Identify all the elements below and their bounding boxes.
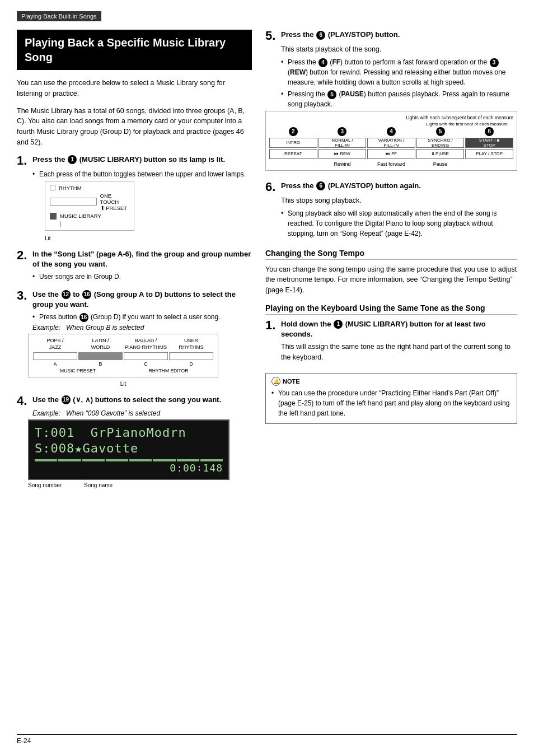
intro-text-2: The Music Library has a total of 60 song…: [17, 106, 252, 148]
step-5-num: 5.: [265, 30, 278, 42]
timing-btn-variation: VARIATION /FILL-IN: [367, 138, 415, 148]
step-4-header: 4. Use the 19 (∨, ∧) buttons to select t…: [17, 395, 252, 407]
step-1: 1. Press the 1 (MUSIC LIBRARY) button so…: [17, 155, 252, 241]
timing-lbl-ff: Fast forward: [367, 161, 415, 167]
sub-step-1-body: This will assign the same tone as the ri…: [281, 342, 517, 363]
subsection-tempo: Changing the Song Tempo You can change t…: [265, 249, 517, 296]
timing-circle-6: 6: [485, 127, 494, 136]
step-1-bullets: Each press of the button toggles between…: [32, 169, 252, 179]
timing-circles-row: 2 3 4 5 6: [269, 127, 513, 136]
step-3-header: 3. Use the 12 to 16 (Song group A to D) …: [17, 290, 252, 310]
step-2-header: 2. In the “Song List” (page A-6), find t…: [17, 249, 252, 269]
lcd-labels: Song number Song name: [28, 482, 229, 488]
timing-circle-6-wrap: 6: [465, 127, 513, 136]
lcd-seg-3: [82, 459, 105, 461]
timing-btn-rew: ⏮ REW: [318, 149, 367, 159]
step-5-body: This starts playback of the song. Press …: [281, 44, 517, 109]
subsection-keyboard: Playing on the Keyboard Using the Same T…: [265, 304, 517, 424]
group-btn-b: [78, 352, 123, 360]
group-lbl-b: B: [78, 361, 123, 367]
sub-step-1: 1. Hold down the 1 (MUSIC LIBRARY) butto…: [265, 319, 517, 363]
timing-circle-2: 2: [289, 127, 298, 136]
subsection-tempo-body: You can change the song tempo using the …: [265, 264, 517, 296]
step-2: 2. In the “Song List” (page A-6), find t…: [17, 249, 252, 282]
timing-btn-normal: NORMAL /FILL-IN: [318, 138, 367, 148]
right-column: 5. Press the 6 (PLAY/STOP) button. This …: [265, 30, 517, 496]
sub-step-1-header: 1. Hold down the 1 (MUSIC LIBRARY) butto…: [265, 319, 517, 339]
note-bullets: You can use the procedure under “Practic…: [271, 388, 511, 418]
diag-ml-label: MUSIC LIBRARY: [60, 213, 101, 219]
step-5-bullet-1: Press the 4 (FF) button to perform a fas…: [281, 57, 517, 87]
circle-16: 16: [82, 290, 91, 299]
timing-btn-ff: ⏭ FF: [367, 149, 415, 159]
step-6-bullet-1: Song playback also will stop automatical…: [281, 208, 517, 239]
lcd-seg-5: [129, 459, 152, 461]
top-bar: Playing Back Built-in Songs: [17, 11, 101, 21]
diag-rhythm-label: RHYTHM: [59, 185, 82, 191]
group-btn-d: [169, 352, 213, 360]
intro-text-1: You can use the procedure below to selec…: [17, 78, 252, 99]
step-6: 6. Press the 6 (PLAY/STOP) button again.…: [265, 181, 517, 239]
step-5-body-text: This starts playback of the song.: [281, 44, 517, 55]
group-top-labels: POPS /JAZZ LATIN /WORLD BALLAD /PIANO RH…: [33, 338, 213, 351]
step-3-bullet-1: Press button 16 (Group D) if you want to…: [32, 312, 252, 322]
two-col-layout: Playing Back a Specific Music Library So…: [17, 30, 517, 496]
step-1-title: Press the 1 (MUSIC LIBRARY) button so it…: [32, 155, 225, 165]
timing-circle-3: 3: [338, 127, 346, 136]
timing-arrow-labels: Rewind Fast forward Pause: [269, 161, 513, 167]
timing-arrow1: Lights with the first beat of each measu…: [269, 122, 513, 127]
lcd-line1: T:001 GrPianoModrn: [35, 425, 223, 441]
diag-one-touch-label: ONE TOUCH⬆ PRESET: [100, 193, 129, 211]
lcd-line2: S:008★Gavotte: [35, 441, 223, 457]
step-6-num: 6.: [265, 181, 278, 193]
diag-line: [60, 221, 129, 227]
timing-btn-repeat: REPEAT: [269, 149, 317, 159]
step-5-title: Press the 6 (PLAY/STOP) button.: [281, 30, 400, 40]
lcd-lbl-songnum: Song number: [28, 482, 84, 488]
lit-label-1: Lit: [45, 235, 252, 241]
circle-1: 1: [68, 155, 77, 164]
step-4: 4. Use the 19 (∨, ∧) buttons to select t…: [17, 395, 252, 489]
group-btn-c: [124, 352, 168, 360]
section-title: Playing Back a Specific Music Library So…: [17, 30, 252, 70]
left-column: Playing Back a Specific Music Library So…: [17, 30, 252, 496]
timing-btn-row2: REPEAT ⏮ REW ⏭ FF II P|USE PLAY / STOP: [269, 149, 513, 159]
sub-step-1-body-text: This will assign the same tone as the ri…: [281, 342, 517, 363]
step-4-title: Use the 19 (∨, ∧) buttons to select the …: [32, 395, 221, 405]
diag-one-touch-box: [50, 198, 97, 206]
timing-circle-5: 5: [436, 127, 445, 136]
step-4-example: Example: When “008 Gavotte” is selected: [32, 409, 252, 417]
step-6-bullets: Song playback also will stop automatical…: [281, 208, 517, 239]
note-box: 🔔 NOTE You can use the procedure under “…: [265, 373, 517, 424]
step-3-title: Use the 12 to 16 (Song group A to D) but…: [32, 290, 252, 310]
group-diagram: POPS /JAZZ LATIN /WORLD BALLAD /PIANO RH…: [28, 334, 218, 377]
group-cell-pops: POPS /JAZZ: [33, 338, 77, 351]
timing-lbl-empty2: [465, 161, 513, 167]
step-2-bullet-1: User songs are in Group D.: [32, 272, 252, 282]
group-preset-music: MUSIC PRESET: [33, 368, 123, 374]
timing-lbl-empty1: [269, 161, 317, 167]
timing-lbl-pause: Pause: [416, 161, 465, 167]
step-1-header: 1. Press the 1 (MUSIC LIBRARY) button so…: [17, 155, 252, 167]
timing-btn-row1: INTRO NORMAL /FILL-IN VARIATION /FILL-IN…: [269, 138, 513, 148]
page-number: E-24: [17, 737, 31, 745]
circle-19: 19: [62, 395, 71, 404]
timing-circle-5-wrap: 5: [416, 127, 465, 136]
group-preset-row: MUSIC PRESET RHYTHM EDITOR: [33, 368, 213, 374]
timing-circle-4-wrap: 4: [367, 127, 415, 136]
timing-circle-2-wrap: 2: [269, 127, 317, 136]
circle-6b: 6: [316, 181, 325, 190]
group-cell-latin: LATIN /WORLD: [78, 338, 123, 351]
timing-lbl-rewind: Rewind: [318, 161, 367, 167]
note-icon: 🔔: [271, 377, 280, 386]
subsection-keyboard-title: Playing on the Keyboard Using the Same T…: [265, 304, 517, 315]
group-lbl-a: A: [33, 361, 77, 367]
sub-step-1-num: 1.: [265, 319, 278, 332]
step-5: 5. Press the 6 (PLAY/STOP) button. This …: [265, 30, 517, 171]
step-6-body-text: This stops song playback.: [281, 195, 517, 206]
lcd-time: 0:00∶148: [35, 461, 223, 474]
circle-3a: 3: [490, 58, 499, 67]
timing-btn-intro: INTRO: [269, 138, 317, 148]
step-3-num: 3.: [17, 290, 29, 302]
step-2-num: 2.: [17, 249, 29, 262]
